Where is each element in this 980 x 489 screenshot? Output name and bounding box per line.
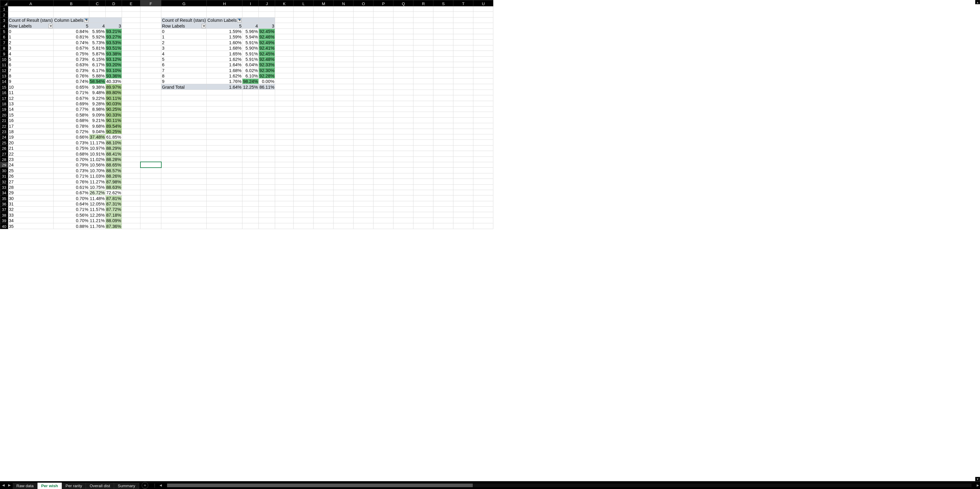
cell[interactable]: [259, 90, 275, 95]
cell[interactable]: [414, 62, 433, 67]
col-header-J[interactable]: J: [259, 0, 275, 6]
cell[interactable]: [393, 67, 414, 73]
cell[interactable]: [161, 162, 207, 167]
cell[interactable]: [140, 56, 161, 62]
cell[interactable]: [374, 95, 393, 101]
cell[interactable]: [275, 123, 294, 129]
cell[interactable]: [242, 218, 258, 223]
cell[interactable]: [334, 17, 353, 23]
cell[interactable]: [393, 62, 414, 67]
cell[interactable]: [453, 190, 473, 195]
col-header-U[interactable]: U: [473, 0, 493, 6]
cell[interactable]: [334, 201, 353, 206]
cell[interactable]: [294, 84, 313, 90]
cell[interactable]: [122, 123, 140, 129]
cell[interactable]: [414, 17, 433, 23]
col-header-M[interactable]: M: [313, 0, 334, 6]
cell[interactable]: [353, 17, 374, 23]
cell[interactable]: [374, 168, 393, 173]
cell[interactable]: [334, 129, 353, 134]
row-header-26[interactable]: 26: [0, 145, 8, 151]
cell[interactable]: [207, 151, 242, 156]
cell[interactable]: [275, 95, 294, 101]
cell[interactable]: [374, 151, 393, 156]
cell[interactable]: [122, 151, 140, 156]
cell[interactable]: [140, 151, 161, 156]
cell[interactable]: [259, 195, 275, 201]
cell[interactable]: [374, 184, 393, 190]
cell[interactable]: [313, 151, 334, 156]
cell[interactable]: [275, 168, 294, 173]
cell[interactable]: [414, 117, 433, 123]
cell[interactable]: [473, 168, 493, 173]
cell[interactable]: [353, 62, 374, 67]
cell[interactable]: [122, 117, 140, 123]
cell[interactable]: [393, 123, 414, 129]
cell[interactable]: [140, 117, 161, 123]
cell[interactable]: [8, 12, 54, 17]
cell[interactable]: [414, 207, 433, 212]
cell[interactable]: [207, 6, 242, 12]
cell[interactable]: [122, 179, 140, 184]
cell[interactable]: [140, 62, 161, 67]
cell[interactable]: [140, 101, 161, 106]
vscroll-up-arrow[interactable]: ▲: [975, 0, 980, 4]
cell[interactable]: [414, 112, 433, 117]
cell[interactable]: [122, 45, 140, 51]
cell[interactable]: [473, 40, 493, 45]
cell[interactable]: [453, 145, 473, 151]
cell[interactable]: [122, 195, 140, 201]
row-header-15[interactable]: 15: [0, 84, 8, 90]
cell[interactable]: [294, 179, 313, 184]
cell[interactable]: [161, 207, 207, 212]
cell[interactable]: [353, 134, 374, 140]
cell[interactable]: [453, 151, 473, 156]
cell[interactable]: [313, 112, 334, 117]
cell[interactable]: [453, 84, 473, 90]
cell[interactable]: [393, 95, 414, 101]
cell[interactable]: [433, 23, 453, 29]
cell[interactable]: [122, 29, 140, 34]
cell[interactable]: [433, 140, 453, 145]
cell[interactable]: [473, 195, 493, 201]
cell[interactable]: [140, 156, 161, 162]
tab-nav-prev[interactable]: ◀: [1, 483, 5, 487]
cell[interactable]: [275, 79, 294, 84]
row-header-34[interactable]: 34: [0, 190, 8, 195]
cell[interactable]: [473, 79, 493, 84]
cell[interactable]: [393, 156, 414, 162]
cell[interactable]: [313, 184, 334, 190]
cell[interactable]: [414, 101, 433, 106]
pivot1-col-labels[interactable]: Column Labels: [54, 17, 89, 23]
cell[interactable]: [161, 195, 207, 201]
cell[interactable]: [242, 117, 258, 123]
cell[interactable]: [414, 51, 433, 56]
cell[interactable]: [161, 12, 207, 17]
cell[interactable]: [242, 90, 258, 95]
row-header-1[interactable]: 1: [0, 6, 8, 12]
row-header-17[interactable]: 17: [0, 95, 8, 101]
cell[interactable]: [433, 145, 453, 151]
cell[interactable]: [374, 134, 393, 140]
cell[interactable]: [453, 95, 473, 101]
cell[interactable]: [161, 95, 207, 101]
cell[interactable]: [140, 45, 161, 51]
cell[interactable]: [453, 45, 473, 51]
cell[interactable]: [453, 51, 473, 56]
cell[interactable]: [453, 195, 473, 201]
cell[interactable]: [259, 129, 275, 134]
col-header-B[interactable]: B: [54, 0, 89, 6]
cell[interactable]: [207, 117, 242, 123]
cell[interactable]: [473, 190, 493, 195]
col-header-H[interactable]: H: [207, 0, 242, 6]
cell[interactable]: [433, 67, 453, 73]
cell[interactable]: [433, 173, 453, 179]
cell[interactable]: [259, 184, 275, 190]
cell[interactable]: [89, 12, 105, 17]
cell[interactable]: [453, 134, 473, 140]
cell[interactable]: [259, 6, 275, 12]
cell[interactable]: [433, 106, 453, 112]
cell[interactable]: [275, 190, 294, 195]
cell[interactable]: [122, 156, 140, 162]
cell[interactable]: [414, 29, 433, 34]
